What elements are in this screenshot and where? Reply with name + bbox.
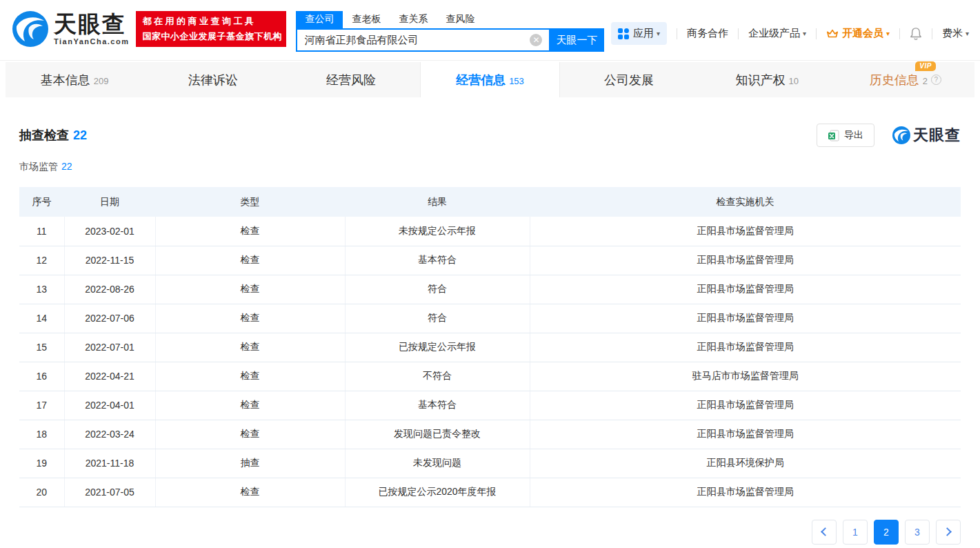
table-cell: 12 [19, 246, 64, 275]
page-button-3[interactable]: 3 [905, 520, 930, 545]
apps-menu[interactable]: 应用 ▾ [611, 22, 667, 45]
table-cell: 11 [19, 217, 64, 246]
chevron-down-icon: ▾ [657, 30, 660, 37]
table-cell: 2022-04-01 [64, 391, 155, 420]
table-cell: 检查 [155, 391, 345, 420]
search-input[interactable] [296, 28, 549, 52]
prev-page-button[interactable] [812, 520, 837, 545]
table-cell: 2022-07-06 [64, 304, 155, 333]
open-vip-link[interactable]: 开通会员 ▾ [826, 27, 890, 40]
logo-domain-text: TianYanCha.com [54, 38, 129, 46]
table-row: 192021-11-18抽查未发现问题正阳县环境保护局 [19, 449, 961, 478]
table-cell: 14 [19, 304, 64, 333]
nav-business-cooperation[interactable]: 商务合作 [687, 27, 728, 40]
nav-enterprise-products[interactable]: 企业级产品 ▾ [748, 27, 806, 40]
tab-history-info[interactable]: VIP 历史信息 2 ? [837, 62, 974, 97]
inspection-table-body: 112023-02-01检查未按规定公示年报正阳县市场监督管理局122022-1… [19, 217, 961, 507]
table-header-row: 序号日期类型结果检查实施机关 [19, 187, 961, 217]
promo-line-1: 都在用的商业查询工具 [142, 15, 280, 28]
table-cell: 正阳县市场监督管理局 [530, 275, 961, 304]
table-row: 152022-07-01检查已按规定公示年报正阳县市场监督管理局 [19, 333, 961, 362]
page-button-2-active[interactable]: 2 [874, 520, 899, 545]
export-button[interactable]: 导出 [817, 124, 874, 147]
apps-label: 应用 [633, 27, 654, 40]
tab-intellectual-property[interactable]: 知识产权 10 [698, 62, 836, 97]
main-content: 抽查检查22 导出 天眼查 市场监管22 [0, 124, 980, 545]
column-header: 日期 [64, 187, 155, 217]
table-cell: 2022-04-21 [64, 362, 155, 391]
table-cell: 2022-03-24 [64, 420, 155, 449]
table-row: 122022-11-15检查基本符合正阳县市场监督管理局 [19, 246, 961, 275]
table-cell: 15 [19, 333, 64, 362]
table-cell: 不符合 [345, 362, 530, 391]
search-tab-boss[interactable]: 查老板 [343, 11, 390, 28]
table-cell: 检查 [155, 246, 345, 275]
page-button-1[interactable]: 1 [843, 520, 868, 545]
divider [738, 28, 739, 39]
table-cell: 16 [19, 362, 64, 391]
table-row: 142022-07-06检查符合正阳县市场监督管理局 [19, 304, 961, 333]
table-cell: 检查 [155, 420, 345, 449]
help-icon[interactable]: ? [931, 75, 941, 85]
tianyancha-logo-icon [12, 11, 48, 47]
table-cell: 基本符合 [345, 246, 530, 275]
table-cell: 2022-08-26 [64, 275, 155, 304]
table-cell: 正阳县市场监督管理局 [530, 217, 961, 246]
table-row: 162022-04-21检查不符合驻马店市市场监督管理局 [19, 362, 961, 391]
subsection-count-link[interactable]: 22 [61, 161, 72, 172]
column-header: 检查实施机关 [530, 187, 961, 217]
tab-operating-info[interactable]: 经营信息 153 [420, 62, 559, 97]
table-cell: 正阳县环境保护局 [530, 449, 961, 478]
pagination: 1 2 3 [19, 520, 961, 545]
notification-bell-icon[interactable] [910, 27, 922, 41]
tab-company-development[interactable]: 公司发展 [560, 62, 698, 97]
table-cell: 已按规定公示2020年度年报 [345, 478, 530, 507]
tianyancha-logo[interactable]: 天眼查 TianYanCha.com [12, 11, 129, 47]
watermark-text: 天眼查 [913, 125, 961, 146]
table-cell: 正阳县市场监督管理局 [530, 478, 961, 507]
top-header: 天眼查 TianYanCha.com 都在用的商业查询工具 国家中小企业发展子基… [0, 0, 980, 61]
table-cell: 19 [19, 449, 64, 478]
table-cell: 2021-07-05 [64, 478, 155, 507]
search-button[interactable]: 天眼一下 [549, 28, 604, 52]
search-tab-risk[interactable]: 查风险 [437, 11, 483, 28]
table-cell: 符合 [345, 304, 530, 333]
table-cell: 未发现问题 [345, 449, 530, 478]
table-cell: 2022-07-01 [64, 333, 155, 362]
table-cell: 20 [19, 478, 64, 507]
tab-legal-litigation[interactable]: 法律诉讼 [143, 62, 281, 97]
search-tab-relation[interactable]: 查关系 [390, 11, 437, 28]
table-cell: 符合 [345, 275, 530, 304]
table-row: 172022-04-01检查基本符合正阳县市场监督管理局 [19, 391, 961, 420]
table-cell: 2022-11-15 [64, 246, 155, 275]
table-cell: 未按规定公示年报 [345, 217, 530, 246]
chevron-down-icon: ▾ [886, 30, 890, 37]
crown-icon [826, 28, 839, 40]
section-title: 抽查检查22 [19, 127, 87, 144]
table-cell: 正阳县市场监督管理局 [530, 304, 961, 333]
next-page-button[interactable] [936, 520, 961, 545]
logo-brand-text: 天眼查 [54, 12, 129, 35]
divider [932, 28, 932, 39]
tab-operating-risk[interactable]: 经营风险 [282, 62, 420, 97]
section-count: 22 [73, 128, 87, 142]
top-navigation: 应用 ▾ 商务合作 企业级产品 ▾ 开通会员 ▾ 费米 ▾ [611, 22, 969, 45]
username: 费米 [942, 27, 963, 40]
table-cell: 13 [19, 275, 64, 304]
table-cell: 18 [19, 420, 64, 449]
table-cell: 正阳县市场监督管理局 [530, 391, 961, 420]
column-header: 序号 [19, 187, 64, 217]
table-cell: 检查 [155, 333, 345, 362]
divider [816, 28, 817, 39]
table-cell: 检查 [155, 478, 345, 507]
table-row: 112023-02-01检查未按规定公示年报正阳县市场监督管理局 [19, 217, 961, 246]
promo-line-2: 国家中小企业发展子基金旗下机构 [142, 30, 280, 43]
search-area: 查公司 查老板 查关系 查风险 ✕ 天眼一下 [296, 11, 604, 52]
table-cell: 正阳县市场监督管理局 [530, 333, 961, 362]
user-menu[interactable]: 费米 ▾ [942, 27, 969, 40]
table-cell: 17 [19, 391, 64, 420]
search-tab-company[interactable]: 查公司 [296, 11, 343, 28]
chevron-left-icon [821, 527, 830, 536]
tab-basic-info[interactable]: 基本信息 209 [6, 62, 143, 97]
watermark-logo-icon [892, 126, 910, 144]
